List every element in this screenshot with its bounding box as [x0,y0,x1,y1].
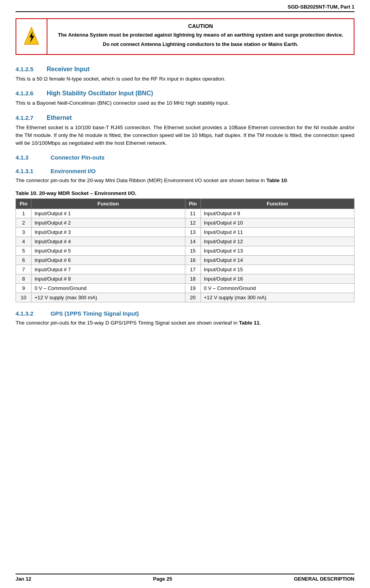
table-cell: 5 [16,246,31,255]
section-4126-title: High Stability Oscillator Input (BNC) [47,90,153,97]
table-row: 90 V – Common/Ground190 V – Common/Groun… [16,283,354,293]
table-row: 3Input/Output # 313Input/Output # 11 [16,227,354,237]
table-cell: Input/Output # 4 [31,237,185,246]
section-4126-number: 4.1.2.6 [16,90,47,97]
caution-icon-cell [16,19,47,54]
page-footer: Jan 12 Page 25 GENERAL DESCRIPTION [16,574,354,582]
table-cell: Input/Output # 8 [31,274,185,283]
section-4127-body: The Ethernet socket is a 10/100 base-T R… [16,124,354,147]
table-row: 5Input/Output # 515Input/Output # 13 [16,246,354,255]
table-cell: 0 V – Common/Ground [201,283,354,293]
caution-content: CAUTION The Antenna System must be prote… [47,19,354,54]
footer-right: GENERAL DESCRIPTION [294,576,354,582]
table-cell: 20 [185,293,201,302]
table-cell: 18 [185,274,201,283]
table-cell: 2 [16,218,31,227]
table-cell: +12 V supply (max 300 mA) [201,293,354,302]
table-row: 6Input/Output # 616Input/Output # 14 [16,255,354,265]
section-4132-title: GPS (1PPS Timing Signal Input) [51,310,139,317]
section-4131-number: 4.1.3.1 [16,168,51,174]
col-pin1: Pin [16,198,31,209]
table-cell: 9 [16,283,31,293]
caution-line1: The Antenna System must be protected aga… [55,32,346,39]
table-cell: 1 [16,209,31,218]
table-cell: Input/Output # 15 [201,265,354,274]
section-4132-number: 4.1.3.2 [16,310,51,317]
caution-line2: Do not connect Antenna Lightning conduct… [55,41,346,48]
section-4125-number: 4.1.2.5 [16,66,47,72]
table-cell: 6 [16,255,31,265]
section-4131-heading: 4.1.3.1Environment I/O [16,168,354,174]
lightning-icon [23,27,40,46]
table-row: 10+12 V supply (max 300 mA)20+12 V suppl… [16,293,354,302]
table-cell: Input/Output # 3 [31,227,185,237]
table-row: 8Input/Output # 818Input/Output # 16 [16,274,354,283]
section-413-number: 4.1.3 [16,154,51,161]
section-4127-title: Ethernet [47,114,72,121]
table-cell: Input/Output # 16 [201,274,354,283]
table-cell: +12 V supply (max 300 mA) [31,293,185,302]
table-cell: Input/Output # 2 [31,218,185,227]
footer-center: Page 25 [153,576,172,582]
section-413-heading: 4.1.3Connector Pin-outs [16,154,354,161]
col-function2: Function [201,198,354,209]
table-cell: 3 [16,227,31,237]
col-pin2: Pin [185,198,201,209]
section-4125-heading: 4.1.2.5Receiver Input [16,66,354,73]
environment-io-table: Pin Function Pin Function 1Input/Output … [16,198,354,302]
section-4127-heading: 4.1.2.7Ethernet [16,114,354,121]
section-4132-heading: 4.1.3.2GPS (1PPS Timing Signal Input) [16,310,354,317]
section-4125-title: Receiver Input [47,66,89,72]
table-cell: 19 [185,283,201,293]
section-413-title: Connector Pin-outs [51,154,105,161]
table-cell: 14 [185,237,201,246]
section-4126-body: This is a Bayonet Neill-Concelman (BNC) … [16,99,354,107]
table-cell: Input/Output # 6 [31,255,185,265]
table-cell: 16 [185,255,201,265]
table-cell: 12 [185,218,201,227]
table-cell: Input/Output # 11 [201,227,354,237]
table-cell: Input/Output # 1 [31,209,185,218]
caution-title: CAUTION [55,23,346,29]
section-4127-number: 4.1.2.7 [16,114,47,121]
table-cell: Input/Output # 10 [201,218,354,227]
table-cell: Input/Output # 9 [201,209,354,218]
section-4126-heading: 4.1.2.6High Stability Oscillator Input (… [16,90,354,97]
table-header-row: Pin Function Pin Function [16,198,354,209]
col-function1: Function [31,198,185,209]
page-header: SGD-SB2025NT-TUM, Part 1 [16,4,354,12]
caution-box: CAUTION The Antenna System must be prote… [16,18,354,55]
table-cell: Input/Output # 13 [201,246,354,255]
table-cell: Input/Output # 7 [31,265,185,274]
table-row: 7Input/Output # 717Input/Output # 15 [16,265,354,274]
table-cell: 7 [16,265,31,274]
table-cell: 0 V – Common/Ground [31,283,185,293]
page-wrapper: SGD-SB2025NT-TUM, Part 1 CAUTION The Ant… [0,0,370,588]
section-4125-body: This is a 50 Ω female N-type socket, whi… [16,75,354,83]
section-4131-title: Environment I/O [51,168,96,174]
header-title: SGD-SB2025NT-TUM, Part 1 [288,4,354,10]
table-row: 1Input/Output # 111Input/Output # 9 [16,209,354,218]
table-cell: Input/Output # 12 [201,237,354,246]
table-cell: 17 [185,265,201,274]
table-cell: 15 [185,246,201,255]
table-cell: 4 [16,237,31,246]
table-caption: Table 10. 20-way MDR Socket – Environmen… [16,190,354,196]
footer-left: Jan 12 [16,576,31,582]
table-row: 2Input/Output # 212Input/Output # 10 [16,218,354,227]
section-4131-body: The connector pin-outs for the 20-way Mi… [16,177,354,184]
table-cell: 11 [185,209,201,218]
table-cell: Input/Output # 5 [31,246,185,255]
table-cell: 13 [185,227,201,237]
table-row: 4Input/Output # 414Input/Output # 12 [16,237,354,246]
table-cell: 10 [16,293,31,302]
table-cell: Input/Output # 14 [201,255,354,265]
table-cell: 8 [16,274,31,283]
section-4132-body: The connector pin-outs for the 15-way D … [16,319,354,327]
